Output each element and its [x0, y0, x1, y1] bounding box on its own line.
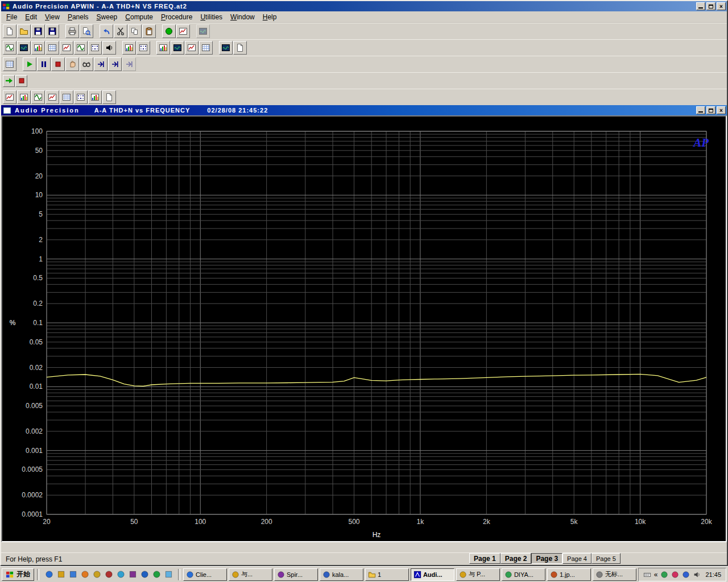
task-button-1[interactable]: Clie... [183, 568, 227, 581]
sweep-settings-panel-button[interactable] [60, 41, 73, 55]
menu-sweep[interactable]: Sweep [93, 12, 122, 22]
new-file-button[interactable] [3, 24, 16, 38]
thd-snr-panel-button[interactable] [17, 90, 31, 104]
menu-window[interactable]: Window [226, 12, 259, 22]
status-bits-panel-button[interactable] [88, 41, 102, 55]
copy-button[interactable] [128, 24, 142, 38]
sweep-graph-panel-button[interactable] [46, 90, 59, 104]
y-axis-label: % [10, 319, 16, 327]
stop-button[interactable] [15, 75, 27, 87]
page-tab-1[interactable]: Page 1 [469, 553, 500, 564]
macro-editor-panel-button[interactable] [199, 41, 213, 55]
menu-help[interactable]: Help [259, 12, 281, 22]
thunder-button[interactable] [151, 569, 162, 580]
menu-utilities[interactable]: Utilities [196, 12, 226, 22]
go-button[interactable] [3, 75, 15, 87]
fft-panel-button[interactable] [31, 90, 45, 104]
page-tab-4[interactable]: Page 4 [562, 553, 592, 564]
analog-analyzer-panel-button[interactable] [31, 41, 45, 55]
foobar-button[interactable] [127, 569, 138, 580]
analog-generator-panel-button[interactable] [3, 41, 16, 55]
paste-button[interactable] [142, 24, 156, 38]
save-file-button[interactable] [31, 24, 45, 38]
graph-restore-button[interactable] [706, 106, 715, 114]
outlook-button[interactable] [55, 569, 67, 580]
task-button-5[interactable]: 1 [365, 568, 409, 581]
report-panel-button[interactable] [102, 90, 116, 104]
task-buttons: Clie...与...Spir...kala...1Audi...与 P...D… [183, 568, 636, 581]
close-button[interactable]: × [717, 2, 726, 10]
winamp-button[interactable] [91, 569, 102, 580]
task-button-7[interactable]: 与 P... [456, 568, 500, 581]
menu-panels[interactable]: Panels [64, 12, 93, 22]
task-icon-4 [322, 571, 330, 579]
monitor-button[interactable] [80, 57, 93, 71]
step-single-button[interactable] [108, 57, 122, 71]
stop-sweep-button[interactable] [51, 57, 65, 71]
save-all-button[interactable] [46, 24, 59, 38]
regulation-panel-button[interactable] [185, 41, 198, 55]
sweep-reset-button[interactable] [3, 57, 16, 71]
fft-monitor-panel-button[interactable] [171, 41, 184, 55]
thdn-vs-frequency-plot[interactable]: 1005020105210.50.20.10.050.020.010.0050.… [2, 117, 726, 541]
hidden-icons-chevron[interactable]: « [654, 571, 658, 579]
task-icon-7 [459, 571, 467, 579]
digital-io-panel-button[interactable] [136, 41, 150, 55]
task-label: Spir... [287, 571, 303, 578]
graph-panel-button[interactable] [3, 90, 16, 104]
undo-button[interactable] [100, 24, 113, 38]
acdsee-button[interactable] [103, 569, 114, 580]
hardware-panel-button[interactable] [219, 41, 233, 55]
menu-view[interactable]: View [41, 12, 64, 22]
task-button-3[interactable]: Spir... [274, 568, 318, 581]
bargraph-panel-button[interactable] [156, 41, 170, 55]
settling-panel-button[interactable] [74, 41, 88, 55]
realplayer-button[interactable] [139, 569, 150, 580]
internet-explorer-button[interactable] [43, 569, 55, 580]
learn-mode-button[interactable] [162, 24, 176, 38]
graph-minimize-button[interactable] [696, 106, 705, 114]
open-file-button[interactable] [17, 24, 31, 38]
cut-button[interactable] [114, 24, 127, 38]
task-button-10[interactable]: 无标... [593, 568, 636, 581]
menu-file[interactable]: File [2, 12, 21, 22]
menu-procedure[interactable]: Procedure [157, 12, 196, 22]
digital-analyzer-panel-button[interactable] [46, 41, 59, 55]
task-button-4[interactable]: kala... [320, 568, 363, 581]
print-preview-button[interactable] [80, 24, 93, 38]
page-tab-5[interactable]: Page 5 [592, 553, 621, 564]
page-tab-2[interactable]: Page 2 [500, 553, 532, 564]
menu-compute[interactable]: Compute [121, 12, 157, 22]
profile-panel-button[interactable] [233, 41, 247, 55]
attach-procedure-button[interactable] [176, 24, 190, 38]
notepad-button[interactable] [163, 569, 174, 580]
task-button-8[interactable]: DIYA... [502, 568, 545, 581]
pause-sweep-button[interactable] [37, 57, 51, 71]
data-editor-panel-button[interactable] [60, 90, 73, 104]
bar-display-panel-button[interactable] [88, 90, 102, 104]
qq-button[interactable] [115, 569, 126, 580]
digital-generator-panel-button[interactable] [17, 41, 31, 55]
menu-edit[interactable]: Edit [21, 12, 41, 22]
page-tab-3[interactable]: Page 3 [531, 553, 562, 564]
show-desktop-button[interactable] [67, 569, 78, 580]
run-sweep-button[interactable] [23, 57, 36, 71]
restore-button[interactable] [706, 2, 715, 10]
start-button[interactable]: 开始 [2, 568, 34, 581]
dcx-panel-button[interactable] [122, 41, 136, 55]
step-append-icon [125, 60, 134, 69]
print-button[interactable] [65, 24, 79, 38]
task-button-9[interactable]: 1.jp... [547, 568, 591, 581]
task-button-2[interactable]: 与... [229, 568, 272, 581]
step-forward-button[interactable] [94, 57, 107, 71]
graph-close-button[interactable]: × [717, 106, 726, 114]
monitor-icon [82, 60, 91, 69]
task-button-6[interactable]: Audi... [411, 568, 454, 581]
media-player-button[interactable] [79, 569, 90, 580]
x-tick-label: 5k [570, 518, 578, 526]
sweep-settings-panel-icon [62, 43, 71, 52]
halt-button[interactable] [65, 57, 79, 71]
nls-panel-button[interactable] [74, 90, 88, 104]
speaker-monitor-panel-button[interactable] [102, 41, 116, 55]
minimize-button[interactable] [696, 2, 705, 10]
